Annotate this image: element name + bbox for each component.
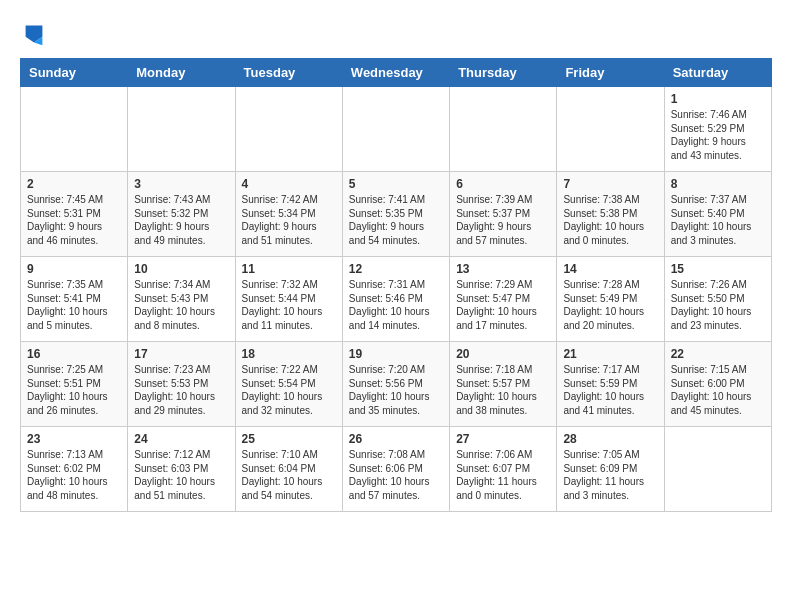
- calendar-cell: 6Sunrise: 7:39 AM Sunset: 5:37 PM Daylig…: [450, 172, 557, 257]
- calendar-cell: 22Sunrise: 7:15 AM Sunset: 6:00 PM Dayli…: [664, 342, 771, 427]
- calendar-cell: [128, 87, 235, 172]
- day-info: Sunrise: 7:10 AM Sunset: 6:04 PM Dayligh…: [242, 448, 336, 502]
- day-number: 25: [242, 432, 336, 446]
- day-number: 23: [27, 432, 121, 446]
- day-number: 19: [349, 347, 443, 361]
- weekday-header-friday: Friday: [557, 59, 664, 87]
- day-info: Sunrise: 7:17 AM Sunset: 5:59 PM Dayligh…: [563, 363, 657, 417]
- calendar-body: 1Sunrise: 7:46 AM Sunset: 5:29 PM Daylig…: [21, 87, 772, 512]
- day-info: Sunrise: 7:34 AM Sunset: 5:43 PM Dayligh…: [134, 278, 228, 332]
- day-info: Sunrise: 7:35 AM Sunset: 5:41 PM Dayligh…: [27, 278, 121, 332]
- calendar-week-row: 23Sunrise: 7:13 AM Sunset: 6:02 PM Dayli…: [21, 427, 772, 512]
- day-info: Sunrise: 7:15 AM Sunset: 6:00 PM Dayligh…: [671, 363, 765, 417]
- day-info: Sunrise: 7:42 AM Sunset: 5:34 PM Dayligh…: [242, 193, 336, 247]
- weekday-header-tuesday: Tuesday: [235, 59, 342, 87]
- calendar-cell: 23Sunrise: 7:13 AM Sunset: 6:02 PM Dayli…: [21, 427, 128, 512]
- calendar-cell: 19Sunrise: 7:20 AM Sunset: 5:56 PM Dayli…: [342, 342, 449, 427]
- day-info: Sunrise: 7:05 AM Sunset: 6:09 PM Dayligh…: [563, 448, 657, 502]
- calendar-cell: 11Sunrise: 7:32 AM Sunset: 5:44 PM Dayli…: [235, 257, 342, 342]
- day-number: 1: [671, 92, 765, 106]
- day-info: Sunrise: 7:39 AM Sunset: 5:37 PM Dayligh…: [456, 193, 550, 247]
- day-number: 9: [27, 262, 121, 276]
- calendar-cell: 17Sunrise: 7:23 AM Sunset: 5:53 PM Dayli…: [128, 342, 235, 427]
- calendar-cell: 9Sunrise: 7:35 AM Sunset: 5:41 PM Daylig…: [21, 257, 128, 342]
- calendar-cell: 18Sunrise: 7:22 AM Sunset: 5:54 PM Dayli…: [235, 342, 342, 427]
- day-number: 7: [563, 177, 657, 191]
- calendar-cell: 1Sunrise: 7:46 AM Sunset: 5:29 PM Daylig…: [664, 87, 771, 172]
- day-info: Sunrise: 7:29 AM Sunset: 5:47 PM Dayligh…: [456, 278, 550, 332]
- day-number: 18: [242, 347, 336, 361]
- page-header: [20, 20, 772, 48]
- day-info: Sunrise: 7:41 AM Sunset: 5:35 PM Dayligh…: [349, 193, 443, 247]
- day-number: 28: [563, 432, 657, 446]
- calendar-cell: [235, 87, 342, 172]
- calendar-cell: 3Sunrise: 7:43 AM Sunset: 5:32 PM Daylig…: [128, 172, 235, 257]
- day-number: 6: [456, 177, 550, 191]
- day-number: 2: [27, 177, 121, 191]
- day-number: 14: [563, 262, 657, 276]
- day-info: Sunrise: 7:28 AM Sunset: 5:49 PM Dayligh…: [563, 278, 657, 332]
- day-info: Sunrise: 7:46 AM Sunset: 5:29 PM Dayligh…: [671, 108, 765, 162]
- calendar-cell: 4Sunrise: 7:42 AM Sunset: 5:34 PM Daylig…: [235, 172, 342, 257]
- logo-icon: [20, 20, 48, 48]
- day-number: 11: [242, 262, 336, 276]
- day-info: Sunrise: 7:23 AM Sunset: 5:53 PM Dayligh…: [134, 363, 228, 417]
- day-number: 8: [671, 177, 765, 191]
- calendar-cell: 14Sunrise: 7:28 AM Sunset: 5:49 PM Dayli…: [557, 257, 664, 342]
- calendar-cell: [664, 427, 771, 512]
- calendar-cell: 13Sunrise: 7:29 AM Sunset: 5:47 PM Dayli…: [450, 257, 557, 342]
- day-info: Sunrise: 7:13 AM Sunset: 6:02 PM Dayligh…: [27, 448, 121, 502]
- logo: [20, 20, 52, 48]
- day-number: 15: [671, 262, 765, 276]
- day-info: Sunrise: 7:25 AM Sunset: 5:51 PM Dayligh…: [27, 363, 121, 417]
- calendar-cell: 2Sunrise: 7:45 AM Sunset: 5:31 PM Daylig…: [21, 172, 128, 257]
- day-info: Sunrise: 7:45 AM Sunset: 5:31 PM Dayligh…: [27, 193, 121, 247]
- calendar-cell: 5Sunrise: 7:41 AM Sunset: 5:35 PM Daylig…: [342, 172, 449, 257]
- day-number: 20: [456, 347, 550, 361]
- day-info: Sunrise: 7:22 AM Sunset: 5:54 PM Dayligh…: [242, 363, 336, 417]
- day-number: 3: [134, 177, 228, 191]
- calendar-cell: [557, 87, 664, 172]
- day-number: 21: [563, 347, 657, 361]
- calendar-cell: 7Sunrise: 7:38 AM Sunset: 5:38 PM Daylig…: [557, 172, 664, 257]
- day-info: Sunrise: 7:08 AM Sunset: 6:06 PM Dayligh…: [349, 448, 443, 502]
- day-number: 10: [134, 262, 228, 276]
- calendar-cell: 28Sunrise: 7:05 AM Sunset: 6:09 PM Dayli…: [557, 427, 664, 512]
- day-number: 26: [349, 432, 443, 446]
- calendar-cell: 20Sunrise: 7:18 AM Sunset: 5:57 PM Dayli…: [450, 342, 557, 427]
- day-number: 13: [456, 262, 550, 276]
- calendar-cell: 24Sunrise: 7:12 AM Sunset: 6:03 PM Dayli…: [128, 427, 235, 512]
- calendar-cell: [450, 87, 557, 172]
- calendar-table: SundayMondayTuesdayWednesdayThursdayFrid…: [20, 58, 772, 512]
- weekday-header-saturday: Saturday: [664, 59, 771, 87]
- weekday-header-sunday: Sunday: [21, 59, 128, 87]
- day-info: Sunrise: 7:26 AM Sunset: 5:50 PM Dayligh…: [671, 278, 765, 332]
- day-info: Sunrise: 7:32 AM Sunset: 5:44 PM Dayligh…: [242, 278, 336, 332]
- weekday-header-row: SundayMondayTuesdayWednesdayThursdayFrid…: [21, 59, 772, 87]
- day-info: Sunrise: 7:43 AM Sunset: 5:32 PM Dayligh…: [134, 193, 228, 247]
- calendar-week-row: 9Sunrise: 7:35 AM Sunset: 5:41 PM Daylig…: [21, 257, 772, 342]
- weekday-header-monday: Monday: [128, 59, 235, 87]
- calendar-week-row: 2Sunrise: 7:45 AM Sunset: 5:31 PM Daylig…: [21, 172, 772, 257]
- day-number: 16: [27, 347, 121, 361]
- day-number: 27: [456, 432, 550, 446]
- day-number: 12: [349, 262, 443, 276]
- day-info: Sunrise: 7:20 AM Sunset: 5:56 PM Dayligh…: [349, 363, 443, 417]
- day-info: Sunrise: 7:38 AM Sunset: 5:38 PM Dayligh…: [563, 193, 657, 247]
- calendar-cell: 15Sunrise: 7:26 AM Sunset: 5:50 PM Dayli…: [664, 257, 771, 342]
- calendar-header: SundayMondayTuesdayWednesdayThursdayFrid…: [21, 59, 772, 87]
- day-number: 5: [349, 177, 443, 191]
- calendar-cell: 10Sunrise: 7:34 AM Sunset: 5:43 PM Dayli…: [128, 257, 235, 342]
- day-info: Sunrise: 7:18 AM Sunset: 5:57 PM Dayligh…: [456, 363, 550, 417]
- day-number: 22: [671, 347, 765, 361]
- calendar-cell: 21Sunrise: 7:17 AM Sunset: 5:59 PM Dayli…: [557, 342, 664, 427]
- day-number: 17: [134, 347, 228, 361]
- calendar-cell: 16Sunrise: 7:25 AM Sunset: 5:51 PM Dayli…: [21, 342, 128, 427]
- calendar-cell: [21, 87, 128, 172]
- day-info: Sunrise: 7:37 AM Sunset: 5:40 PM Dayligh…: [671, 193, 765, 247]
- day-number: 4: [242, 177, 336, 191]
- calendar-cell: 27Sunrise: 7:06 AM Sunset: 6:07 PM Dayli…: [450, 427, 557, 512]
- day-info: Sunrise: 7:06 AM Sunset: 6:07 PM Dayligh…: [456, 448, 550, 502]
- calendar-cell: 8Sunrise: 7:37 AM Sunset: 5:40 PM Daylig…: [664, 172, 771, 257]
- weekday-header-wednesday: Wednesday: [342, 59, 449, 87]
